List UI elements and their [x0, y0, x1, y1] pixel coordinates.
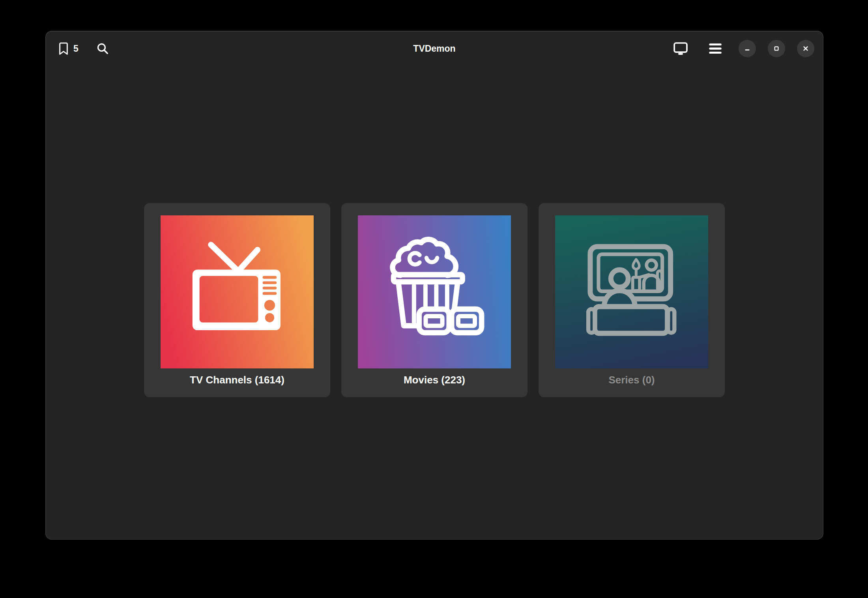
card-label-movies: Movies (223): [404, 374, 465, 386]
close-icon: [802, 45, 810, 52]
card-label-tv-channels: TV Channels (1614): [190, 374, 284, 386]
search-button[interactable]: [93, 39, 112, 58]
category-cards: TV Channels (1614): [46, 203, 823, 397]
display-icon: [672, 40, 689, 57]
couch-tv-viewer-icon: [555, 215, 708, 368]
hamburger-menu-icon: [707, 40, 724, 57]
headerbar-left-group: 5: [54, 39, 112, 58]
bookmarks-button[interactable]: 5: [54, 39, 82, 58]
card-movies[interactable]: Movies (223): [341, 203, 528, 397]
popcorn-3d-glasses-icon: [358, 215, 511, 368]
tv-set-icon: [161, 215, 314, 368]
maximize-icon: [773, 45, 780, 52]
card-label-series: Series (0): [608, 374, 655, 386]
bookmarks-count: 5: [73, 43, 79, 54]
card-tv-channels[interactable]: TV Channels (1614): [144, 203, 330, 397]
maximize-button[interactable]: [768, 40, 785, 57]
headerbar: 5 TVDemon: [46, 31, 823, 66]
search-icon: [96, 42, 109, 55]
close-button[interactable]: [797, 40, 814, 57]
minimize-button[interactable]: [739, 40, 756, 57]
window-title: TVDemon: [413, 43, 455, 54]
tv-mode-button[interactable]: [669, 38, 692, 59]
card-series[interactable]: Series (0): [539, 203, 725, 397]
bookmark-icon: [58, 41, 69, 56]
minimize-icon: [743, 45, 751, 52]
desktop-background: 5 TVDemon: [0, 0, 868, 598]
app-window: 5 TVDemon: [45, 31, 823, 540]
main-menu-button[interactable]: [704, 38, 727, 59]
headerbar-right-group: [669, 38, 814, 59]
